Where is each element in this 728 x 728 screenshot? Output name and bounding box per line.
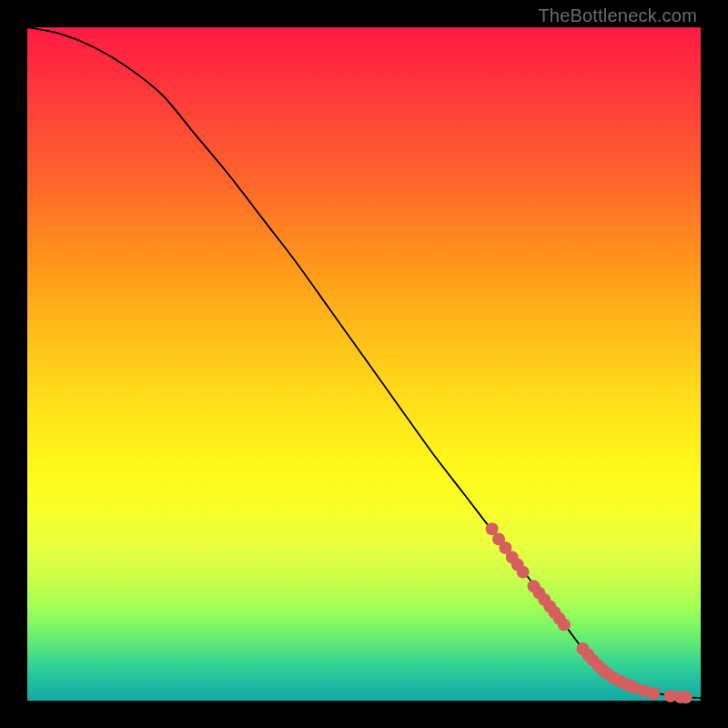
watermark-text: TheBottleneck.com	[538, 5, 697, 26]
highlight-point	[647, 687, 660, 700]
highlight-points	[486, 522, 693, 703]
highlight-point	[680, 691, 693, 703]
highlight-point	[517, 566, 530, 579]
chart-svg	[27, 27, 701, 701]
highlight-point	[558, 618, 571, 631]
plot-area	[27, 27, 701, 701]
bottleneck-curve	[27, 27, 701, 698]
chart-frame: TheBottleneck.com	[0, 0, 728, 728]
